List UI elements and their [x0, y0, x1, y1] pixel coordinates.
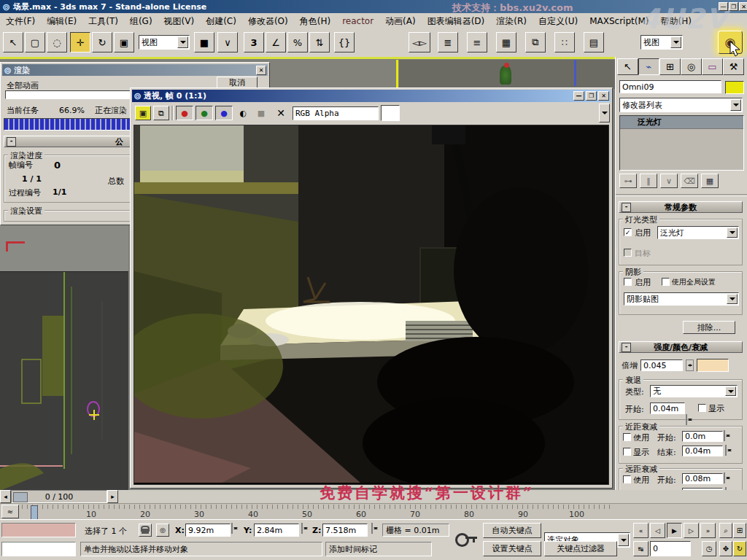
y-spinner[interactable]: [301, 523, 303, 534]
menu-rendering[interactable]: 渲染(R): [490, 15, 533, 28]
decay-start-field[interactable]: 0.04m: [650, 402, 685, 414]
selection-lock-button[interactable]: [139, 524, 152, 537]
zoom-nav-button[interactable]: ⌕: [719, 523, 732, 538]
configure-stack-button[interactable]: ▦: [701, 174, 719, 188]
time-tag-field[interactable]: 添加时间标记: [325, 542, 432, 556]
mirror-button[interactable]: ◅▻: [409, 32, 430, 52]
clear-button[interactable]: ✕: [271, 106, 290, 120]
channel-display-dropdown[interactable]: RGB Alpha: [293, 106, 379, 120]
material-editor-button[interactable]: ∷: [554, 32, 575, 52]
pin-stack-button[interactable]: ⊶: [619, 174, 637, 188]
go-end-button[interactable]: »: [700, 523, 716, 538]
target-checkbox[interactable]: [624, 249, 632, 257]
stack-item-omni[interactable]: 泛光灯: [620, 116, 743, 129]
named-selection-sets-button[interactable]: {}: [334, 32, 355, 52]
shadow-type-arrow-icon[interactable]: [727, 294, 738, 304]
select-move-button[interactable]: ✛: [70, 32, 90, 52]
menu-create[interactable]: 创建(C): [200, 15, 242, 28]
close-button[interactable]: ✕: [739, 2, 747, 11]
x-coordinate-field[interactable]: 9.92m: [185, 524, 231, 537]
clone-window-button[interactable]: ⧉: [153, 106, 169, 120]
use-pivot-button[interactable]: ■: [194, 32, 214, 52]
layer-manager-button[interactable]: ≡: [467, 32, 487, 52]
render-close-button[interactable]: ✕: [598, 91, 609, 101]
render-dialog-close-button[interactable]: ✕: [256, 66, 266, 75]
time-slider-left-button[interactable]: ◂: [0, 490, 11, 503]
maximize-button[interactable]: ❐: [729, 2, 738, 11]
tab-utilities[interactable]: ⚒: [723, 58, 744, 75]
menu-modifiers[interactable]: 修改器(O): [242, 15, 294, 28]
current-frame-field[interactable]: 0: [650, 541, 691, 556]
time-config-button[interactable]: ◷: [702, 541, 716, 556]
near-start-field[interactable]: 0.0m: [682, 431, 723, 442]
channel-dropdown-icon[interactable]: [599, 104, 610, 122]
absolute-offset-toggle[interactable]: ◎: [156, 524, 169, 537]
coordsys-dropdown-icon[interactable]: [177, 36, 188, 48]
pan-button[interactable]: ✥: [719, 541, 732, 556]
mini-curve-editor-button[interactable]: ≈: [1, 505, 19, 518]
time-slider-right-button[interactable]: ▸: [107, 490, 118, 503]
select-object-button[interactable]: ↖: [3, 32, 23, 52]
set-key-button[interactable]: 设置关键点: [483, 541, 541, 556]
select-scale-button[interactable]: ▣: [114, 32, 134, 52]
minimize-button[interactable]: —: [719, 2, 728, 11]
blue-channel-button[interactable]: ●: [215, 106, 233, 120]
menu-tools[interactable]: 工具(T): [82, 15, 124, 28]
menu-edit[interactable]: 编辑(E): [41, 15, 82, 28]
decay-type-dropdown[interactable]: 无: [650, 385, 738, 397]
near-end-spinner[interactable]: [725, 445, 727, 456]
selection-region-button[interactable]: ▢: [25, 32, 45, 52]
key-mode-toggle[interactable]: ↹: [633, 541, 649, 556]
viewport-top-strip[interactable]: [268, 60, 615, 89]
percent-snap-button[interactable]: %: [287, 32, 308, 52]
decay-start-spinner[interactable]: [686, 414, 687, 425]
shadow-enable-checkbox[interactable]: [624, 278, 632, 286]
near-use-checkbox[interactable]: [623, 433, 631, 441]
arc-rotate-button[interactable]: ↻: [733, 541, 746, 556]
reference-coordsys-dropdown[interactable]: 视图: [139, 35, 190, 50]
light-type-dropdown[interactable]: 泛光灯: [657, 226, 739, 239]
alpha-channel-button[interactable]: ■: [253, 106, 269, 120]
decay-show-checkbox[interactable]: [698, 404, 706, 412]
light-color-swatch[interactable]: [697, 359, 729, 372]
near-end-field[interactable]: 0.04m: [682, 446, 723, 456]
modifier-stack[interactable]: 泛光灯: [619, 115, 744, 171]
menu-views[interactable]: 视图(V): [158, 15, 201, 28]
z-spinner[interactable]: [371, 523, 373, 534]
render-minimize-button[interactable]: —: [573, 91, 584, 101]
multiplier-spinner[interactable]: [686, 359, 694, 371]
next-frame-button[interactable]: ▷: [684, 523, 699, 538]
go-start-button[interactable]: «: [633, 523, 649, 538]
enable-light-checkbox[interactable]: ✓: [624, 228, 632, 236]
select-rotate-button[interactable]: ↻: [92, 32, 112, 52]
render-maximize-button[interactable]: ❐: [586, 91, 597, 101]
exclude-button[interactable]: 排除...: [683, 321, 735, 334]
modifier-list-arrow-icon[interactable]: [730, 99, 741, 111]
mono-channel-button[interactable]: ◐: [235, 106, 251, 120]
menu-animation[interactable]: 动画(A): [379, 15, 422, 28]
selection-filter-arrow-icon[interactable]: [618, 534, 629, 546]
select-manipulate-button[interactable]: ∨: [217, 32, 238, 52]
set-keys-button[interactable]: [454, 527, 479, 552]
multiplier-field[interactable]: 0.045: [640, 359, 683, 371]
auto-key-button[interactable]: 自动关键点: [483, 523, 541, 538]
curve-editor-button[interactable]: ▦: [496, 32, 516, 52]
decay-type-arrow-icon[interactable]: [725, 386, 736, 396]
menu-graph-editors[interactable]: 图表编辑器(D): [422, 15, 491, 28]
menu-character[interactable]: 角色(H): [294, 15, 336, 28]
menu-file[interactable]: 文件(F): [0, 15, 41, 28]
remove-modifier-button[interactable]: ⌫: [681, 174, 698, 188]
tab-motion[interactable]: ◎: [681, 58, 702, 75]
schematic-view-button[interactable]: ⧉: [525, 32, 546, 52]
use-global-checkbox[interactable]: [662, 278, 670, 286]
render-dialog-titlebar[interactable]: ⊚ 渲染 ✕: [2, 64, 268, 76]
key-filters-button[interactable]: 关键点过滤器: [544, 541, 617, 556]
make-unique-button[interactable]: ∨: [660, 174, 678, 188]
light-type-arrow-icon[interactable]: [727, 228, 738, 238]
menu-reactor[interactable]: reactor: [336, 16, 379, 26]
x-spinner[interactable]: [231, 523, 233, 534]
shadow-type-dropdown[interactable]: 阴影贴图: [624, 292, 739, 306]
tab-modify[interactable]: ⌁: [638, 58, 659, 75]
track-frame-marker[interactable]: [31, 505, 38, 520]
object-color-swatch[interactable]: [725, 81, 744, 94]
